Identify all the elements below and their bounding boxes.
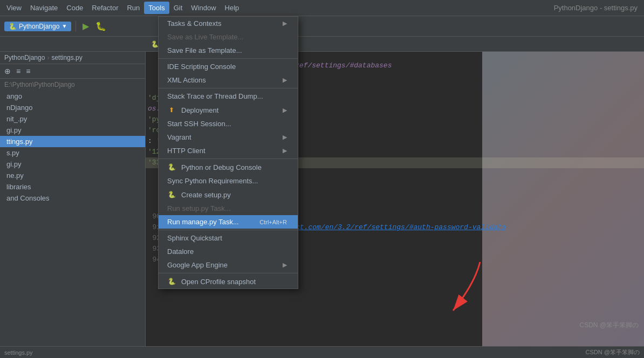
- menu-refactor[interactable]: Refactor: [87, 2, 122, 14]
- breadcrumb-sep: ›: [47, 54, 49, 61]
- submenu-arrow-icon: ▶: [283, 20, 287, 27]
- menu-vagrant[interactable]: Vagrant ▶: [159, 130, 298, 144]
- menu-run-manage[interactable]: Run manage.py Task... Ctrl+Alt+R: [159, 215, 298, 229]
- menu-xml[interactable]: XML Actions ▶: [159, 73, 298, 87]
- sidebar-item-libraries[interactable]: libraries: [0, 181, 145, 192]
- deployment-submenu-arrow: ▶: [283, 107, 287, 114]
- sidebar-item-ndjango[interactable]: nDjango: [0, 102, 145, 113]
- menu-save-file[interactable]: Save File as Template...: [159, 44, 298, 57]
- menu-run-setup-label: Run setup.py Task...: [167, 204, 231, 212]
- menu-tasks[interactable]: Tasks & Contexts ▶: [159, 17, 298, 30]
- menu-code[interactable]: Code: [62, 2, 87, 14]
- menu-create-setup[interactable]: 🐍 Create setup.py: [159, 188, 298, 202]
- sidebar-item-ne[interactable]: ne.py: [0, 170, 145, 181]
- menu-window[interactable]: Window: [187, 2, 220, 14]
- http-submenu-arrow: ▶: [283, 147, 287, 154]
- google-submenu-arrow: ▶: [283, 261, 287, 268]
- menu-view[interactable]: View: [2, 2, 26, 14]
- menu-tools[interactable]: Tools: [144, 2, 169, 14]
- menu-sync-python[interactable]: Sync Python Requirements...: [159, 174, 298, 188]
- sidebar-item-gi[interactable]: gi.py: [0, 125, 145, 136]
- menu-deployment-label: Deployment: [181, 106, 218, 114]
- menu-cprofile-label: Open CProfile snapshot: [181, 278, 256, 286]
- menu-help[interactable]: Help: [221, 2, 244, 14]
- menu-python-console-inner: 🐍 Python or Debug Console: [167, 163, 262, 171]
- csdn-watermark: CSDN @笨手笨脚の: [579, 321, 639, 330]
- breadcrumb-file: settings.py: [51, 54, 82, 61]
- menu-run-manage-shortcut: Ctrl+Alt+R: [259, 219, 287, 225]
- sidebar-item-ango[interactable]: ango: [0, 91, 145, 102]
- breadcrumb: PythonDjango › settings.py: [0, 52, 145, 64]
- sidebar-item-gi2[interactable]: gi.py: [0, 159, 145, 170]
- menu-google[interactable]: Google App Engine ▶: [159, 258, 298, 272]
- menu-save-live-label: Save as Live Template...: [167, 33, 243, 41]
- menu-deployment[interactable]: ⬆ Deployment ▶: [159, 103, 298, 117]
- tab-bar: 🐍 apps.py ✕ 🐍 urls.py ✕: [0, 37, 644, 52]
- separator-2: [159, 88, 298, 88]
- menu-run[interactable]: Run: [122, 2, 144, 14]
- separator-4: [159, 230, 298, 230]
- sidebar-add-button[interactable]: ⊕: [2, 66, 13, 77]
- menu-google-label: Google App Engine: [167, 261, 228, 269]
- menu-run-setup: Run setup.py Task...: [159, 202, 298, 215]
- menu-sync-python-label: Sync Python Requirements...: [167, 177, 258, 185]
- menu-ide-scripting-label: IDE Scripting Console: [167, 63, 236, 71]
- sidebar-toolbar: ⊕ ≡ ≡: [0, 64, 145, 79]
- vagrant-submenu-arrow: ▶: [283, 134, 287, 141]
- menu-sphinx[interactable]: Sphinx Quickstart: [159, 231, 298, 245]
- menu-save-live: Save as Live Template...: [159, 30, 298, 44]
- toolbar-separator: [76, 21, 76, 32]
- menu-datalore-label: Datalore: [167, 247, 194, 256]
- menu-vagrant-label: Vagrant: [167, 133, 191, 141]
- project-icon: 🐍: [9, 23, 17, 30]
- statusbar-info: settings.py: [4, 349, 33, 356]
- deployment-icon: ⬆: [167, 106, 176, 114]
- sidebar: PythonDjango › settings.py ⊕ ≡ ≡ E:\Pyth…: [0, 52, 146, 346]
- sidebar-item-s[interactable]: s.py: [0, 147, 145, 159]
- menu-ide-scripting[interactable]: IDE Scripting Console: [159, 60, 298, 73]
- menu-stack-trace[interactable]: Stack Trace or Thread Dump...: [159, 90, 298, 103]
- menubar: View Navigate Code Refactor Run Tools Gi…: [0, 0, 644, 16]
- debug-button[interactable]: 🐛: [93, 19, 108, 33]
- menu-http-label: HTTP Client: [167, 147, 205, 155]
- create-setup-icon: 🐍: [167, 190, 176, 199]
- menu-ssh-label: Start SSH Session...: [167, 120, 231, 128]
- sidebar-item-init[interactable]: nit_.py: [0, 113, 145, 125]
- menu-cprofile[interactable]: 🐍 Open CProfile snapshot: [159, 274, 298, 288]
- project-badge[interactable]: 🐍 PythonDjango ▼: [4, 22, 71, 31]
- menu-http[interactable]: HTTP Client ▶: [159, 144, 298, 157]
- cprofile-icon: 🐍: [167, 277, 176, 286]
- menu-save-file-label: Save File as Template...: [167, 46, 242, 54]
- sidebar-item-settings[interactable]: ttings.py: [0, 136, 145, 147]
- menu-navigate[interactable]: Navigate: [26, 2, 62, 14]
- menu-python-console[interactable]: 🐍 Python or Debug Console: [159, 160, 298, 174]
- menu-datalore[interactable]: Datalore: [159, 245, 298, 258]
- menu-python-console-label: Python or Debug Console: [181, 163, 262, 171]
- menu-ssh[interactable]: Start SSH Session...: [159, 117, 298, 130]
- sidebar-settings-button[interactable]: ≡: [24, 66, 32, 77]
- menu-deployment-inner: ⬆ Deployment: [167, 106, 218, 114]
- statusbar: settings.py CSDN @笨手笨脚の: [0, 346, 644, 358]
- separator-5: [159, 273, 298, 273]
- menu-create-setup-inner: 🐍 Create setup.py: [167, 190, 231, 199]
- menu-create-setup-label: Create setup.py: [181, 191, 231, 199]
- menu-xml-label: XML Actions: [167, 76, 206, 84]
- tools-menu: Tasks & Contexts ▶ Save as Live Template…: [158, 16, 298, 289]
- breadcrumb-root: PythonDjango: [4, 54, 45, 61]
- main-layout: PythonDjango › settings.py ⊕ ≡ ≡ E:\Pyth…: [0, 52, 644, 346]
- dropdown-arrow-icon: ▼: [61, 23, 67, 29]
- sidebar-item-consoles[interactable]: and Consoles: [0, 192, 145, 204]
- app-title: PythonDjango - settings.py: [550, 2, 642, 14]
- separator-1: [159, 58, 298, 59]
- menu-cprofile-inner: 🐍 Open CProfile snapshot: [167, 277, 256, 286]
- statusbar-csdn: CSDN @笨手笨脚の: [586, 348, 640, 356]
- menu-git[interactable]: Git: [169, 2, 187, 14]
- sidebar-sort-button[interactable]: ≡: [14, 66, 23, 77]
- menu-sphinx-label: Sphinx Quickstart: [167, 234, 222, 242]
- statusbar-right: CSDN @笨手笨脚の: [586, 348, 640, 356]
- toolbar: 🐍 PythonDjango ▼ ▶ 🐛: [0, 16, 644, 37]
- sidebar-location: E:\Python\PythonDjango: [0, 79, 145, 91]
- run-button[interactable]: ▶: [80, 19, 91, 33]
- menu-tasks-label: Tasks & Contexts: [167, 19, 221, 27]
- xml-submenu-arrow: ▶: [283, 77, 287, 84]
